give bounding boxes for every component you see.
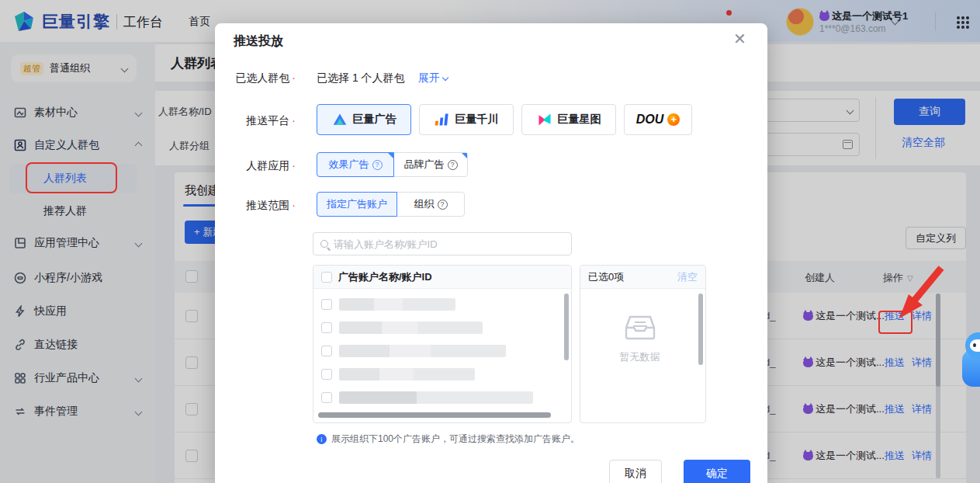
account-row-redacted xyxy=(321,363,475,385)
modal-title: 推送投放 xyxy=(234,33,283,50)
selected-panel-header: 已选0项 清空 xyxy=(580,266,705,289)
required-dot: · xyxy=(292,71,296,84)
account-search xyxy=(313,232,572,255)
account-search-input[interactable] xyxy=(334,238,564,250)
account-row-redacted xyxy=(321,317,483,339)
scope-organization[interactable]: 组织 xyxy=(397,192,465,217)
segment-label: 组织 xyxy=(414,197,435,211)
segment-label: 效果广告 xyxy=(329,158,369,172)
platform-label-text: 巨量广告 xyxy=(353,113,397,127)
redacted-account-name xyxy=(339,321,483,334)
clear-selected-link[interactable]: 清空 xyxy=(677,270,698,284)
platform-xingtu-button[interactable]: 巨量星图 xyxy=(521,104,616,135)
empty-text: 暂无数据 xyxy=(580,350,699,364)
close-icon[interactable]: ✕ xyxy=(733,31,746,47)
search-icon xyxy=(320,240,328,248)
help-icon[interactable] xyxy=(372,160,383,170)
cancel-button[interactable]: 取消 xyxy=(609,460,662,483)
account-row-redacted xyxy=(321,294,455,315)
account-checkbox[interactable] xyxy=(321,369,332,380)
empty-state: 暂无数据 xyxy=(580,314,699,364)
app-type-brand-ads[interactable]: 品牌广告 xyxy=(393,152,468,177)
account-checkbox[interactable] xyxy=(321,322,332,333)
segment-label: 品牌广告 xyxy=(404,158,445,172)
redacted-account-name xyxy=(339,345,506,357)
account-list-header: 广告账户名称/账户ID xyxy=(313,266,571,289)
app-type-effect-ads[interactable]: 效果广告 xyxy=(317,152,394,177)
dou-plus-icon: + xyxy=(667,113,680,126)
selected-count: 已选0项 xyxy=(588,270,624,284)
scope-specified-accounts[interactable]: 指定广告账户 xyxy=(317,192,397,217)
account-checkbox[interactable] xyxy=(321,346,332,356)
platform-juliang-ads-button[interactable]: 巨量广告 xyxy=(317,104,411,135)
redacted-account-name xyxy=(339,391,533,404)
corner-mark xyxy=(388,153,393,158)
juliang-ads-icon xyxy=(332,112,348,127)
corner-mark xyxy=(462,153,467,158)
xingtu-icon xyxy=(537,112,552,127)
account-checkbox[interactable] xyxy=(321,299,332,310)
platform-label-text: 巨量千川 xyxy=(455,113,499,127)
selected-accounts-panel: 已选0项 清空 暂无数据 xyxy=(580,265,706,423)
audience-pack-value: 已选择 1 个人群包 xyxy=(317,71,405,85)
account-row-redacted xyxy=(321,387,533,408)
selected-vertical-scrollbar[interactable] xyxy=(698,294,703,365)
push-delivery-modal: 推送投放 ✕ 已选人群包· 已选择 1 个人群包 展开 推送平台· 巨量广告 巨… xyxy=(215,23,767,483)
info-note: 展示组织下100个广告账户，可通过搜索查找添加广告账户。 xyxy=(317,433,580,446)
select-all-accounts-checkbox[interactable] xyxy=(321,272,332,283)
required-dot: · xyxy=(292,114,296,127)
account-list-header-text: 广告账户名称/账户ID xyxy=(338,270,432,284)
account-checkbox[interactable] xyxy=(321,392,332,403)
list-horizontal-scrollbar[interactable] xyxy=(318,412,551,418)
redacted-account-name xyxy=(339,368,475,380)
required-dot: · xyxy=(292,199,296,211)
platform-dou-plus-button[interactable]: DOU + xyxy=(624,104,692,135)
list-vertical-scrollbar[interactable] xyxy=(564,294,569,360)
scope-label: 推送范围· xyxy=(234,199,296,213)
app-type-label: 人群应用· xyxy=(234,159,296,173)
info-icon xyxy=(317,434,327,444)
help-icon[interactable] xyxy=(448,160,458,170)
platform-label-text: 巨量星图 xyxy=(558,113,601,127)
platform-label: 推送平台· xyxy=(234,114,296,128)
confirm-button[interactable]: 确定 xyxy=(684,460,750,483)
assistant-mascot[interactable] xyxy=(962,332,980,396)
help-icon[interactable] xyxy=(438,200,448,210)
required-dot: · xyxy=(292,159,296,172)
account-row-redacted xyxy=(321,340,506,362)
expand-link[interactable]: 展开 xyxy=(418,71,448,85)
account-list-panel: 广告账户名称/账户ID xyxy=(313,265,572,423)
segment-label: 指定广告账户 xyxy=(327,197,387,211)
info-note-text: 展示组织下100个广告账户，可通过搜索查找添加广告账户。 xyxy=(331,433,580,446)
qianchuan-icon xyxy=(435,112,450,127)
empty-inbox-icon xyxy=(624,314,656,342)
redacted-account-name xyxy=(339,298,455,311)
platform-qianchuan-button[interactable]: 巨量千川 xyxy=(419,104,514,135)
audience-pack-label: 已选人群包· xyxy=(234,71,296,85)
dou-plus-logo: DOU xyxy=(636,113,664,127)
